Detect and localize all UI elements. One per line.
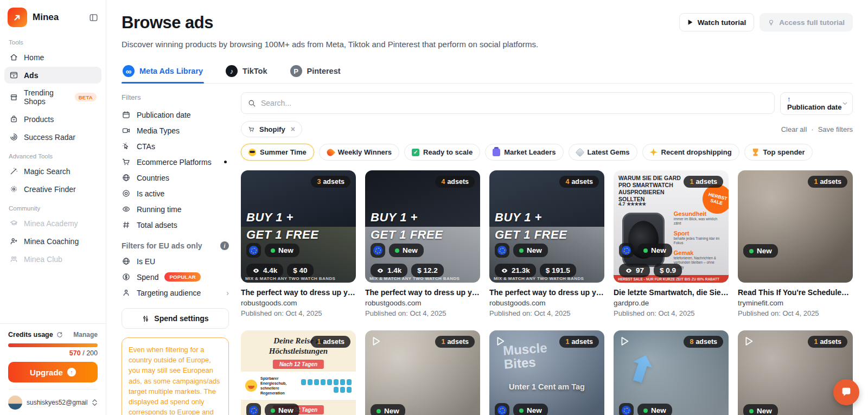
sidebar-item-creative-finder[interactable]: Creative Finder [4, 181, 101, 197]
clear-all-link[interactable]: Clear all [781, 125, 807, 133]
ad-card[interactable]: ⬆8adsetsNew2.9k$ 25.9 [614, 330, 729, 415]
spend-settings-button[interactable]: Spend settings [122, 308, 229, 329]
cart-icon [248, 126, 255, 133]
filter-item-countries[interactable]: Countries [122, 170, 229, 186]
filter-item-publication-date[interactable]: Publication date [122, 107, 229, 123]
tab-meta-ads-library[interactable]: ∞Meta Ads Library [122, 61, 204, 83]
popular-badge: POPULAR [164, 272, 201, 282]
filter-item-running-time[interactable]: Running time [122, 201, 229, 217]
ad-domain[interactable]: robustgoods.com [365, 299, 480, 307]
filter-item-media-types[interactable]: Media Types [122, 123, 229, 138]
sidebar-item-minea-academy[interactable]: Minea Academy [4, 215, 101, 232]
tab-label: Pinterest [307, 67, 341, 75]
flame-icon [326, 147, 335, 157]
club-icon [9, 254, 18, 264]
user-menu[interactable]: sushiskyes52@gmail.... [8, 389, 98, 410]
preset-chip-market-leaders[interactable]: Market Leaders [485, 144, 563, 161]
upgrade-button[interactable]: Upgrade ↑ [8, 362, 98, 382]
ad-card[interactable]: Deine Reise zu HöchstleistungenNach 12 T… [241, 330, 356, 415]
filter-item-is-active[interactable]: Is active [122, 186, 229, 201]
ad-card[interactable]: 1adsetsNew [365, 330, 480, 415]
preset-chip-ready-to-scale[interactable]: ✓Ready to scale [404, 144, 480, 161]
new-badge: New [389, 244, 424, 257]
ad-domain[interactable]: robustgoods.com [241, 299, 356, 307]
remove-filter-icon[interactable]: × [291, 125, 295, 133]
preset-chip-latest-gems[interactable]: Latest Gems [569, 144, 637, 161]
ad-card[interactable]: 1adsetsNew [738, 330, 853, 415]
ad-domain[interactable]: robustgoods.com [489, 299, 604, 307]
feature-name: Sport [674, 230, 724, 237]
shop-icon [9, 93, 18, 102]
sidebar-item-home[interactable]: Home [4, 49, 101, 66]
tab-pinterest[interactable]: PPinterest [289, 61, 342, 83]
access-full-tutorial-button[interactable]: Access full tutorial [760, 13, 853, 31]
ad-feature: Gesundheitimmer im Blick, was wirklich z… [674, 210, 724, 226]
ad-card[interactable]: WARUM SIE DIE GARD PRO SMARTWATCH AUSPRO… [614, 170, 729, 317]
adsets-badge: 1adsets [808, 176, 847, 188]
watch-tutorial-button[interactable]: Watch tutorial [679, 13, 755, 31]
eu-flag-icon [246, 243, 261, 258]
ad-card[interactable]: MuscleBitesUnter 1 Cent am Tag1adsetsNew… [489, 330, 604, 415]
sidebar-item-magic-search[interactable]: Magic Search [4, 163, 101, 180]
smiley-graphic [245, 380, 257, 392]
adsets-badge: 3adsets [311, 176, 350, 188]
sidebar-item-label: Success Radar [24, 133, 75, 142]
ad-card[interactable]: BUY 1 +GET 1 FREEMIX & MATCH ANY TWO WAT… [489, 170, 604, 317]
sidebar-item-label: Trending Shops [24, 88, 68, 106]
sidebar-item-minea-club[interactable]: Minea Club [4, 251, 101, 267]
ad-card[interactable]: BUY 1 +GET 1 FREEMIX & MATCH ANY TWO WAT… [241, 170, 356, 317]
views-badge: 4.4k [246, 264, 283, 277]
preset-chip-summer-time[interactable]: Summer Time [241, 144, 314, 161]
sidebar-collapse-icon[interactable] [89, 13, 98, 22]
chat-button[interactable] [833, 379, 859, 405]
smiley-icon [248, 149, 256, 156]
ad-title: The perfect way to dress up your ... [489, 288, 604, 297]
preset-chip-top-spender[interactable]: Top spender [744, 144, 813, 161]
ad-badges-row: New [743, 244, 778, 258]
filter-item-ecommerce-platforms[interactable]: Ecommerce Platforms [122, 154, 229, 170]
ad-domain[interactable]: gardpro.de [614, 299, 729, 307]
sidebar-item-success-radar[interactable]: Success Radar [4, 129, 101, 145]
hash-icon [122, 220, 131, 229]
check-icon: ✓ [412, 149, 419, 156]
adsets-badge: 1adsets [808, 336, 847, 348]
ad-card[interactable]: 1adsetsNewRead This If You're Scheduled … [738, 170, 853, 317]
new-badge: New [637, 404, 672, 415]
sort-dropdown[interactable]: ↑ Publication date [780, 92, 853, 115]
ad-banner: Nach 12 Tagen [273, 360, 324, 369]
ad-stats-row: 4.4k$ 40 [246, 264, 314, 277]
filter-item-total-adsets[interactable]: Total adsets [122, 217, 229, 233]
save-filters-link[interactable]: Save filters [818, 125, 853, 133]
eye-icon [122, 205, 131, 214]
ad-card[interactable]: BUY 1 +GET 1 FREEMIX & MATCH ANY TWO WAT… [365, 170, 480, 317]
search-input[interactable] [261, 99, 768, 107]
ad-domain[interactable]: tryminefit.com [738, 299, 853, 307]
adsets-badge: 1adsets [311, 336, 350, 348]
green-dot-icon [749, 409, 754, 413]
eu-flag-icon [495, 403, 509, 415]
academy-icon [9, 219, 18, 228]
filter-item-targeting-audience[interactable]: Targeting audience› [122, 285, 229, 301]
green-dot-icon [376, 409, 381, 413]
active-filter-chip-shopify[interactable]: Shopify × [241, 121, 302, 137]
globe-icon [122, 257, 131, 266]
sidebar-item-ads[interactable]: Ads [4, 67, 101, 84]
filter-item-label: Is active [137, 189, 164, 198]
preset-chip-label: Latest Gems [588, 148, 630, 156]
sidebar-item-trending-shops[interactable]: Trending ShopsBETA [4, 85, 101, 110]
refresh-icon[interactable] [56, 331, 63, 338]
sun-icon [9, 184, 18, 194]
tab-tiktok[interactable]: ♪TikTok [225, 61, 268, 83]
info-icon[interactable]: i [220, 241, 229, 250]
manage-credits-link[interactable]: Manage [73, 331, 98, 339]
filter-item-is-eu[interactable]: Is EU [122, 253, 229, 269]
filters-title: Filters [122, 93, 229, 101]
filter-item-spend[interactable]: SpendPOPULAR [122, 269, 229, 285]
sidebar-item-products[interactable]: Products [4, 111, 101, 127]
sidebar-item-minea-coaching[interactable]: Minea Coaching [4, 233, 101, 250]
preset-chip-weekly-winners[interactable]: Weekly Winners [319, 144, 399, 161]
briefcase-icon [493, 149, 500, 156]
filter-item-ctas[interactable]: CTAs [122, 138, 229, 154]
preset-chip-label: Recent dropshipping [661, 148, 732, 156]
preset-chip-recent-dropshipping[interactable]: Recent dropshipping [642, 144, 739, 161]
